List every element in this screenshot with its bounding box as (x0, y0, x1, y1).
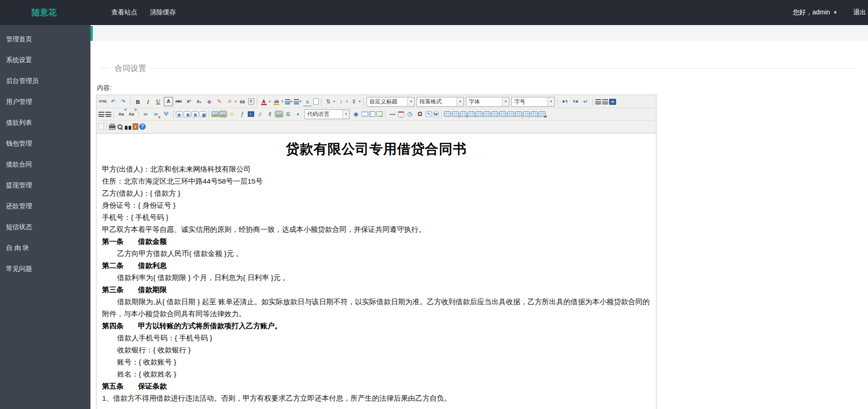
boxed-font-icon[interactable]: A (164, 97, 173, 106)
sidebar-item-loan-list[interactable]: 借款列表 (0, 112, 90, 133)
editor-content-area[interactable]: 贷款有限公司专用借贷合同书甲方(出借人)：北京和创未来网络科技有限公司住所：北京… (96, 134, 656, 409)
brand-logo[interactable]: 随意花 (32, 7, 57, 18)
sidebar-item-system-settings[interactable]: 系统设置 (0, 50, 90, 70)
chevron-down-icon[interactable]: ▾ (407, 97, 414, 106)
font-size-select[interactable]: 字号▾ (511, 97, 555, 107)
remote-image-icon[interactable] (376, 111, 383, 117)
anchor-icon[interactable]: Ψ (161, 109, 171, 119)
chevron-down-icon[interactable]: ▾ (346, 100, 348, 103)
media-icon[interactable] (248, 111, 254, 117)
italic-icon[interactable]: I (143, 97, 153, 106)
word-import-icon[interactable]: W (433, 111, 439, 117)
image-align-right-icon[interactable] (192, 111, 199, 117)
autotypeset-icon[interactable]: ✳ (225, 97, 234, 106)
chevron-down-icon[interactable]: ▾ (547, 97, 554, 106)
bold-icon[interactable]: B (133, 97, 142, 106)
sidebar-item-manage-home[interactable]: 管理首页 (0, 29, 90, 50)
scrollbar-thumb[interactable] (90, 26, 93, 41)
eraser-icon[interactable]: ◆ (205, 97, 214, 106)
align-left-icon[interactable] (595, 99, 601, 104)
highlight-color-icon[interactable]: ab (272, 97, 281, 106)
merge-cells-icon[interactable]: ↔ (523, 111, 530, 117)
font-family-select[interactable]: 字体▾ (466, 97, 509, 107)
print-icon[interactable] (109, 125, 116, 130)
chevron-down-icon[interactable]: ▾ (359, 100, 361, 103)
indent-icon[interactable] (98, 112, 104, 117)
strikethrough-icon[interactable]: ABC (174, 97, 183, 106)
line-height-icon[interactable]: ⇕ (349, 97, 359, 106)
sidebar-item-admin-managers[interactable]: 后台管理员 (0, 70, 90, 91)
underline-icon[interactable]: U (154, 97, 163, 106)
attachment-icon[interactable]: ℓ (265, 109, 275, 119)
ordered-list-icon[interactable] (285, 99, 290, 104)
delete-row-icon[interactable]: − (507, 111, 514, 117)
html-source-icon[interactable]: HTML (98, 97, 108, 106)
split-rows-icon[interactable]: ↕ (531, 111, 538, 117)
template-paste-icon[interactable] (133, 123, 138, 130)
word-wrap-icon[interactable]: ↵ (581, 97, 590, 106)
insert-row-above-icon[interactable]: ↑ (476, 111, 482, 117)
clock-icon[interactable]: ◷ (405, 109, 414, 119)
cell-props-icon[interactable]: ▪ (468, 111, 475, 117)
iframe-icon[interactable] (369, 111, 375, 117)
link-icon[interactable]: ∞ (141, 109, 150, 119)
font-color-icon[interactable]: A (259, 97, 269, 106)
unlink-icon[interactable]: ∞ (151, 109, 161, 119)
fullscreen-icon[interactable] (609, 99, 616, 105)
undo-icon[interactable]: ↶ (109, 97, 118, 106)
image-manager-icon[interactable] (219, 111, 226, 117)
to-uppercase-icon[interactable]: Aa (116, 109, 126, 119)
paste-as-text-icon[interactable]: T (248, 98, 254, 105)
insert-table-icon[interactable] (444, 111, 451, 117)
table-props-icon[interactable]: T (460, 111, 467, 117)
new-page-icon[interactable] (313, 98, 319, 105)
logout-link[interactable]: 退出 (853, 8, 866, 17)
sidebar-item-wallet-management[interactable]: 钱包管理 (0, 133, 90, 154)
chevron-down-icon[interactable]: ▾ (457, 97, 463, 106)
preview-zoom-icon[interactable] (116, 123, 123, 130)
paragraph-spacing-bottom-icon[interactable]: ↕ (336, 97, 346, 106)
anchor-text-icon[interactable]: a (303, 97, 312, 106)
custom-title-select[interactable]: 自定义标题▾ (366, 97, 415, 107)
user-greeting-dropdown[interactable]: 您好，admin ▼ (793, 8, 837, 17)
chevron-down-icon[interactable]: ▾ (235, 100, 237, 103)
insert-image-icon[interactable] (212, 111, 219, 117)
emoticon-icon[interactable]: ☺ (227, 109, 237, 119)
chevron-down-icon[interactable]: ▾ (291, 100, 293, 103)
chevron-down-icon[interactable]: ▾ (334, 100, 335, 103)
chevron-down-icon[interactable]: ▾ (300, 100, 302, 103)
chevron-down-icon[interactable]: ▾ (282, 100, 283, 103)
sidebar-item-free-block[interactable]: 自 由 块 (0, 237, 90, 258)
subscript-icon[interactable]: X₂ (194, 97, 204, 106)
image-align-left-icon[interactable] (176, 111, 183, 117)
music-icon[interactable]: ♫ (255, 109, 264, 119)
ltr-paragraph-icon[interactable]: ▶¶ (560, 97, 570, 106)
calendar-icon[interactable] (398, 111, 404, 117)
sidebar-item-withdraw-management[interactable]: 提现管理 (0, 175, 90, 196)
sidebar-item-user-management[interactable]: 用户管理 (0, 91, 90, 112)
horizontal-rule-icon[interactable]: — (388, 109, 397, 119)
paragraph-spacing-top-icon[interactable]: ⇅ (324, 97, 333, 106)
superscript-icon[interactable]: X² (184, 97, 193, 106)
rtl-paragraph-icon[interactable]: ¶◀ (571, 97, 580, 106)
image-align-center-icon[interactable] (184, 111, 191, 117)
paragraph-format-select[interactable]: 段落格式▾ (417, 97, 464, 107)
nav-item-clear-cache[interactable]: 清除缓存 (150, 8, 176, 17)
code-highlight-icon[interactable]: ◉ (351, 109, 360, 119)
help-icon[interactable]: ? (139, 123, 146, 130)
image-block-icon[interactable] (199, 111, 206, 117)
insert-row-below-icon[interactable]: ↓ (483, 111, 490, 117)
google-doc-icon[interactable]: G (283, 109, 293, 119)
special-char-icon[interactable]: Ω (415, 109, 424, 119)
sidebar-item-sms-status[interactable]: 短信状态 (0, 217, 90, 237)
nav-item-view-site[interactable]: 查看站点 (111, 8, 137, 17)
chevron-down-icon[interactable]: ▾ (342, 110, 349, 119)
redo-icon[interactable]: ↷ (119, 97, 128, 106)
split-cols-icon[interactable]: ⇄ (539, 111, 546, 117)
delete-col-icon[interactable]: ¦ (515, 111, 522, 117)
sidebar-item-repayment-management[interactable]: 还款管理 (0, 196, 90, 217)
justify-icon[interactable] (105, 112, 111, 117)
insert-col-left-icon[interactable]: ← (491, 111, 498, 117)
network-media-icon[interactable]: ◐ (294, 109, 303, 119)
chevron-down-icon[interactable]: ▾ (502, 97, 509, 106)
